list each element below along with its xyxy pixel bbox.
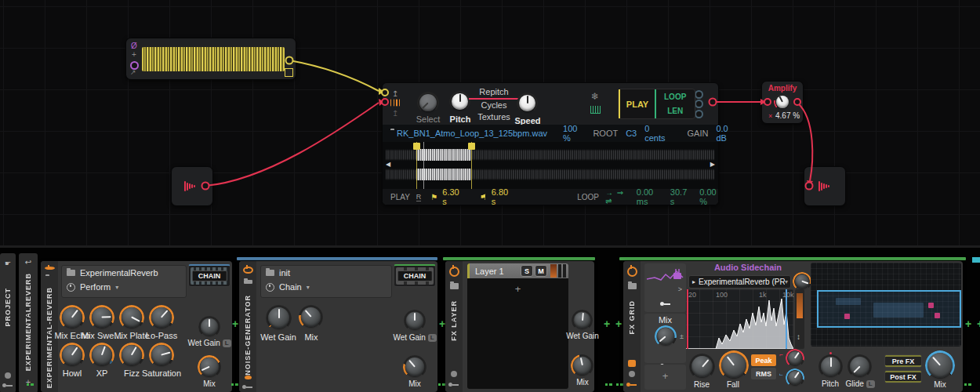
grid-glide-knob[interactable] <box>848 354 872 379</box>
reverb-mode[interactable]: Perform <box>80 282 111 292</box>
device-experimental-reverb[interactable]: EXPERIMENTAL-REVERB ExperimentalReverb P… <box>41 261 232 392</box>
gain-value[interactable]: 0.0 dB <box>716 124 728 143</box>
loop-button[interactable]: LOOP <box>656 89 694 104</box>
add-device-5[interactable]: + <box>977 320 980 328</box>
layer-wetgain-knob[interactable] <box>572 310 593 331</box>
fall-knob[interactable] <box>719 350 749 380</box>
layer-device-name[interactable]: FX LAYER <box>450 300 458 341</box>
amplify-value[interactable]: 4.67 % <box>775 111 800 120</box>
loop-xfade-value[interactable]: 0.00 % <box>699 187 718 206</box>
layer-1-row[interactable]: Layer 1 S M <box>467 263 568 278</box>
layer-power-button[interactable] <box>449 267 459 277</box>
chain-path-strip[interactable]: ↩ EXPERIMENTALREVERB + ↘ <box>19 253 38 392</box>
reverb-mix-knob[interactable] <box>198 355 221 379</box>
reverb-chain-button[interactable]: CHAIN <box>188 264 230 287</box>
stretch-value[interactable]: 100 % <box>563 124 577 143</box>
end-time[interactable]: 6.80 s <box>492 187 508 206</box>
mix-sweep-knob[interactable] <box>89 305 114 330</box>
grid-edit-icon[interactable] <box>628 360 636 367</box>
sc-red-knob[interactable] <box>786 349 804 368</box>
noise-mix-knob[interactable] <box>299 305 323 329</box>
loop-mode-icons[interactable]: → ⇒ ⇌ <box>605 188 626 205</box>
range-updown-icon[interactable]: ↕ <box>797 332 800 341</box>
noise-wetgain2-knob[interactable] <box>404 310 426 332</box>
preset-folder-icon[interactable] <box>67 270 75 276</box>
sampler-module[interactable]: ↥ ↥ Select Pitch Repitch Cycles Textures… <box>382 82 719 205</box>
device-fx-grid[interactable]: FX GRID > Mix ± <box>623 261 963 392</box>
solo-button[interactable]: S <box>521 265 533 277</box>
back-icon[interactable]: ↩ <box>25 258 31 267</box>
sidechain-source-select[interactable]: ▸ ExperimentalReverb (PRE) ▾ <box>688 275 791 289</box>
noise-chain-button[interactable]: CHAIN <box>394 264 436 287</box>
layer-knob-icon[interactable] <box>451 371 457 377</box>
root-cents[interactable]: 0 cents <box>644 124 665 143</box>
freeze-icon[interactable]: ❄ <box>591 91 599 102</box>
sample-strip-module[interactable]: Ø + ↗ <box>125 38 296 80</box>
file-name[interactable]: RK_BN1_Atmo_Loop_13_125bpm.wav <box>397 129 547 138</box>
sc-blue-knob[interactable] <box>786 368 804 387</box>
loop-length-value[interactable]: 30.7 s <box>670 187 687 206</box>
add-device-1[interactable]: + <box>232 320 238 328</box>
xp-knob[interactable] <box>89 343 114 368</box>
noise-knob-icon[interactable] <box>245 376 252 379</box>
mod-route-icon[interactable] <box>660 300 671 307</box>
device-fx-layer[interactable]: FX LAYER Layer 1 S M + Wet Gain Mix <box>445 261 594 392</box>
grid-pitch-knob[interactable] <box>818 354 843 379</box>
spectrum-display[interactable]: 20 100 1k 10k <box>686 289 793 349</box>
saturation-knob[interactable] <box>149 343 174 368</box>
reverb-wetgain-knob[interactable] <box>198 316 220 338</box>
grid-device-name[interactable]: FX GRID <box>628 300 636 335</box>
mod-slot-mix[interactable]: Mix ± <box>644 314 686 363</box>
mix-plate-knob[interactable] <box>119 305 144 330</box>
layer-preset-icon[interactable] <box>450 283 459 289</box>
noise-device-name[interactable]: NOISE-GENERATOR <box>244 295 252 376</box>
play-button[interactable]: PLAY <box>619 89 655 118</box>
scroll-right-arrow[interactable]: ▶ <box>710 161 715 168</box>
speed-knob[interactable] <box>517 93 538 114</box>
reverb-preset-name[interactable]: ExperimentalReverb <box>80 268 158 278</box>
reverb-power-button[interactable] <box>45 267 55 270</box>
sample-strip-waveform[interactable] <box>142 47 285 71</box>
grid-preset-icon[interactable] <box>628 283 637 289</box>
lo-pass-knob[interactable] <box>149 305 174 330</box>
noise-mode[interactable]: Chain <box>279 282 302 292</box>
amplify-module[interactable]: Amplify × 4.67 % <box>761 81 804 124</box>
samp-port-r2[interactable] <box>695 100 703 108</box>
loop-start-handle[interactable] <box>413 143 420 150</box>
noise-preset-name[interactable]: init <box>279 268 290 278</box>
perform-icon[interactable] <box>67 283 75 292</box>
reverse-icon[interactable]: R <box>416 193 422 201</box>
mode-cycles[interactable]: Cycles <box>469 100 519 111</box>
minimap-viewport[interactable] <box>817 290 961 328</box>
granular-icon[interactable] <box>590 106 601 114</box>
len-button[interactable]: LEN <box>656 104 694 119</box>
loop-end-handle[interactable] <box>468 143 475 150</box>
add-modulator-icon[interactable]: + <box>132 50 136 59</box>
low-cut-handle[interactable] <box>687 289 688 349</box>
sidechain-gain-knob[interactable] <box>793 272 811 291</box>
post-fx-button[interactable]: Post FX <box>884 370 922 383</box>
audio-out-module[interactable] <box>804 166 846 206</box>
preset-folder-icon[interactable] <box>266 270 274 276</box>
add-device-4[interactable]: + <box>965 320 971 328</box>
start-time[interactable]: 6.30 s <box>442 187 459 206</box>
mute-button[interactable]: M <box>535 265 547 277</box>
grid-minimap[interactable] <box>811 263 961 347</box>
layer-mix-knob[interactable] <box>571 354 593 377</box>
layer-add-device[interactable]: + <box>467 283 568 295</box>
loop-fade-value[interactable]: 0.00 ms <box>637 187 658 206</box>
noise-mix2-knob[interactable] <box>403 355 426 379</box>
scroll-left-arrow[interactable]: ◀ <box>386 161 390 168</box>
grid-canvas[interactable]: Ø + ↗ Amplify × 4.67 % <box>0 0 980 245</box>
samp-port-r1[interactable] <box>695 90 703 99</box>
fizz-knob[interactable] <box>119 343 144 368</box>
add-device-3a[interactable]: + <box>604 320 610 328</box>
pre-fx-button[interactable]: Pre FX <box>884 354 922 368</box>
grid-mix-knob[interactable] <box>925 350 955 380</box>
mode-repitch[interactable]: Repitch <box>469 86 519 100</box>
rms-button[interactable]: RMS <box>751 368 776 379</box>
project-panel-strip[interactable]: ☛ PROJECT <box>0 253 16 392</box>
noise-wetgain-knob[interactable] <box>266 305 292 331</box>
amplify-knob[interactable] <box>774 93 791 111</box>
root-note[interactable]: C3 <box>626 129 637 138</box>
